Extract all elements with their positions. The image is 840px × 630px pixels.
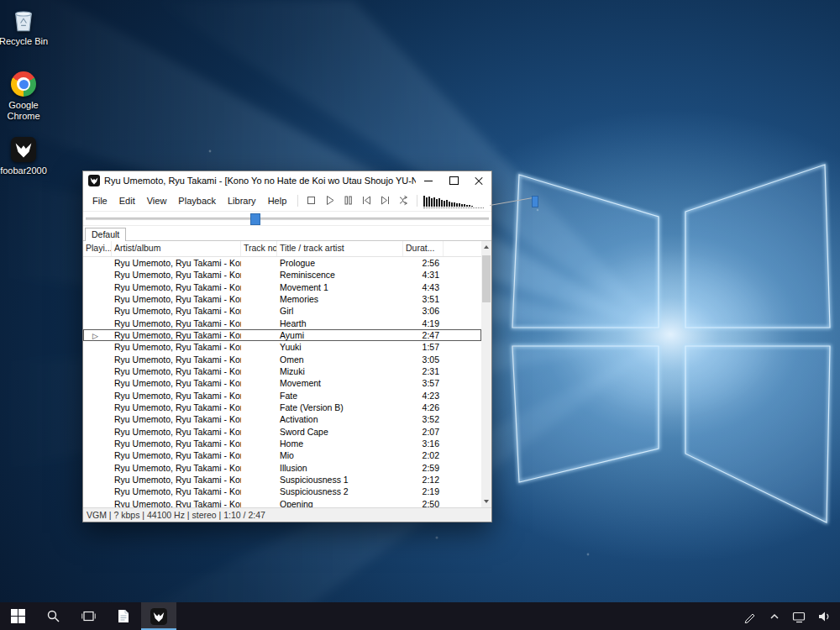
playlist-row[interactable]: Ryu Umemoto, Ryu Takami - Kono...Hearth4… [83, 318, 481, 329]
playlist-row[interactable]: Ryu Umemoto, Ryu Takami - Kono...Yuuki1:… [83, 341, 481, 353]
playlist-row[interactable]: Ryu Umemoto, Ryu Takami - Kono...Fate (V… [83, 402, 481, 413]
cell-artist-album: Ryu Umemoto, Ryu Takami - Kono... [112, 402, 241, 412]
spectrum-visualizer[interactable] [423, 193, 484, 208]
seekbar-thumb[interactable] [250, 213, 260, 225]
playlist-row[interactable]: Ryu Umemoto, Ryu Takami - Kono...Movemen… [83, 377, 481, 389]
cell-artist-album: Ryu Umemoto, Ryu Takami - Kono... [112, 378, 241, 388]
desktop-icon-google-chrome[interactable]: Google Chrome [0, 71, 50, 121]
toolbar-separator [417, 195, 417, 207]
scrollbar-thumb[interactable] [482, 255, 491, 302]
volume-slider[interactable] [488, 194, 540, 207]
column-header-4[interactable]: Durat... [403, 241, 444, 256]
playlist-tab-default[interactable]: Default [85, 228, 126, 241]
toolbar-separator [297, 195, 298, 207]
document-icon [118, 609, 129, 623]
playlist-row[interactable]: Ryu Umemoto, Ryu Takami - Kono...Girl3:0… [83, 305, 481, 317]
cell-duration: 4:19 [403, 318, 444, 328]
menu-playback[interactable]: Playback [172, 192, 222, 209]
menu-help[interactable]: Help [262, 192, 293, 209]
playlist-row[interactable]: Ryu Umemoto, Ryu Takami - Kono...Home3:1… [83, 438, 481, 449]
column-header-0[interactable]: Playi... [83, 241, 112, 256]
hidden-icons-chevron-up-icon[interactable] [768, 610, 781, 623]
pause-button[interactable] [341, 193, 355, 207]
search-button[interactable] [35, 602, 71, 630]
cell-artist-album: Ryu Umemoto, Ryu Takami - Kono... [112, 330, 241, 340]
close-button[interactable] [466, 171, 491, 190]
random-button[interactable] [396, 193, 411, 207]
menu-toolbar-row: FileEditViewPlaybackLibraryHelp [83, 190, 491, 212]
scroll-up-arrow-icon[interactable] [481, 241, 491, 253]
volume-icon[interactable] [817, 610, 832, 623]
cell-artist-album: Ryu Umemoto, Ryu Takami - Kono... [112, 450, 241, 460]
next-button[interactable] [378, 193, 392, 207]
playlist-row[interactable]: Ryu Umemoto, Ryu Takami - Kono...Opening… [83, 498, 481, 507]
foobar2000-icon [150, 608, 167, 625]
cell-title: Yuuki [277, 342, 403, 352]
cell-duration: 4:31 [403, 270, 444, 280]
playlist-row[interactable]: Ryu Umemoto, Ryu Takami - Kono...Activat… [83, 413, 481, 425]
cell-duration: 2:19 [403, 486, 444, 496]
menu-file[interactable]: File [87, 192, 113, 209]
playlist-row[interactable]: Ryu Umemoto, Ryu Takami - Kono...Suspici… [83, 474, 481, 486]
desktop-icon-recycle-bin[interactable]: Recycle Bin [0, 7, 50, 47]
task-view-icon [81, 610, 96, 622]
playlist-row-playing[interactable]: Ryu Umemoto, Ryu Takami - Kono...Ayumi2:… [83, 329, 481, 341]
playlist-row[interactable]: Ryu Umemoto, Ryu Takami - Kono...Movemen… [83, 281, 481, 293]
maximize-button[interactable] [441, 171, 466, 190]
stop-button[interactable] [304, 193, 318, 207]
scroll-down-arrow-icon[interactable] [481, 496, 491, 507]
playlist-row[interactable]: Ryu Umemoto, Ryu Takami - Kono...Omen3:0… [83, 354, 481, 365]
cell-title: Omen [277, 354, 403, 365]
playlist-row[interactable]: Ryu Umemoto, Ryu Takami - Kono...Mio2:02 [83, 449, 481, 461]
playlist-row[interactable]: Ryu Umemoto, Ryu Takami - Kono...Sword C… [83, 426, 481, 438]
playlist-row[interactable]: Ryu Umemoto, Ryu Takami - Kono...Suspici… [83, 486, 481, 497]
start-button[interactable] [0, 602, 35, 630]
taskbar-app-foobar2000[interactable] [141, 602, 176, 630]
previous-button[interactable] [360, 193, 374, 207]
cell-artist-album: Ryu Umemoto, Ryu Takami - Kono... [112, 499, 241, 507]
menu-edit[interactable]: Edit [113, 192, 141, 209]
volume-thumb[interactable] [532, 196, 538, 207]
minimize-button[interactable] [416, 171, 441, 190]
playlist-row[interactable]: Ryu Umemoto, Ryu Takami - Kono...Illusio… [83, 462, 481, 474]
cell-title: Reminiscence [277, 270, 403, 280]
seekbar-track[interactable] [86, 218, 489, 220]
playlist-row[interactable]: Ryu Umemoto, Ryu Takami - Kono...Reminis… [83, 269, 481, 281]
playlist-row[interactable]: Ryu Umemoto, Ryu Takami - Kono...Fate4:2… [83, 390, 481, 402]
play-button[interactable] [323, 193, 337, 207]
cell-duration: 3:06 [403, 306, 444, 316]
column-header-1[interactable]: Artist/album [112, 241, 241, 256]
scrollbar[interactable] [481, 241, 491, 507]
column-header-3[interactable]: Title / track artist [277, 241, 403, 256]
taskbar-app-document[interactable] [106, 602, 141, 630]
menu-library[interactable]: Library [222, 192, 262, 209]
menu-view[interactable]: View [141, 192, 173, 209]
cell-duration: 4:26 [403, 402, 444, 412]
cell-duration: 2:47 [403, 330, 444, 340]
cell-title: Suspiciousness 1 [277, 475, 403, 485]
titlebar[interactable]: Ryu Umemoto, Ryu Takami - [Kono Yo no Ha… [83, 171, 491, 190]
cell-duration: 3:57 [403, 378, 444, 388]
cell-title: Hearth [277, 318, 403, 328]
windows-ink-pen-icon[interactable] [743, 610, 757, 623]
seekbar[interactable] [83, 212, 491, 226]
playlist[interactable]: Ryu Umemoto, Ryu Takami - Kono...Prologu… [83, 257, 481, 507]
cell-artist-album: Ryu Umemoto, Ryu Takami - Kono... [112, 414, 241, 424]
cell-title: Memories [277, 294, 403, 304]
desktop-icon-label: Google Chrome [0, 100, 50, 121]
cell-artist-album: Ryu Umemoto, Ryu Takami - Kono... [112, 270, 241, 280]
playlist-row[interactable]: Ryu Umemoto, Ryu Takami - Kono...Prologu… [83, 257, 481, 269]
cell-artist-album: Ryu Umemoto, Ryu Takami - Kono... [112, 258, 241, 268]
playlist-row[interactable]: Ryu Umemoto, Ryu Takami - Kono...Mizuki2… [83, 365, 481, 377]
task-view-button[interactable] [71, 602, 106, 630]
playlist-row[interactable]: Ryu Umemoto, Ryu Takami - Kono...Memorie… [83, 293, 481, 305]
cell-title: Ayumi [277, 330, 403, 340]
cell-title: Activation [277, 414, 403, 424]
desktop: Recycle Bin Google Chrome foobar2000 Ryu… [0, 0, 840, 630]
playlist-tabs: Default [83, 226, 491, 241]
desktop-icon-foobar2000[interactable]: foobar2000 [0, 136, 50, 176]
cell-duration: 4:43 [403, 282, 444, 292]
cell-duration: 3:51 [403, 294, 444, 304]
network-icon[interactable] [792, 610, 806, 623]
column-header-2[interactable]: Track no [241, 241, 277, 256]
